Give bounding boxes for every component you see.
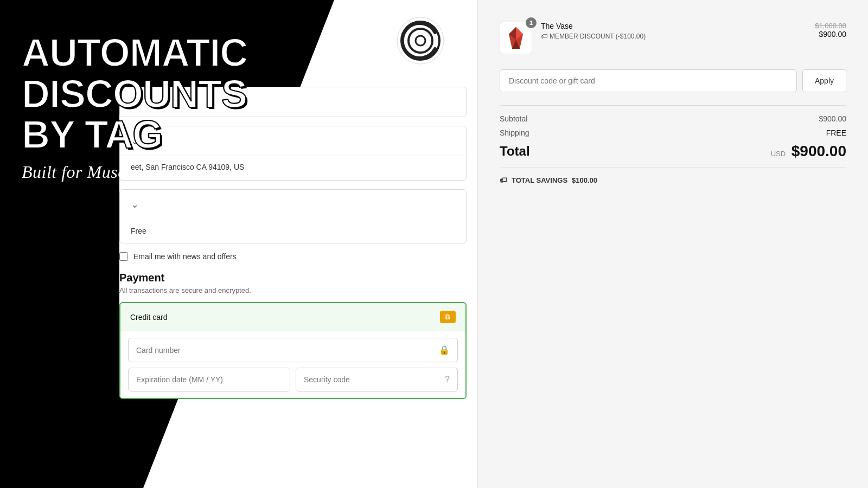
total-amount-group: USD $900.00 — [771, 143, 846, 160]
card-number-input[interactable] — [136, 346, 439, 355]
subtotal-value: $900.00 — [819, 114, 846, 123]
subtotal-label: Subtotal — [500, 114, 527, 123]
shipping-label: Shipping — [500, 129, 529, 137]
product-info: The Vase 🏷 MEMBER DISCOUNT (-$100.00) — [541, 22, 806, 40]
lock-icon: 🔒 — [439, 345, 450, 355]
delivery-section: ⌄ Free — [119, 189, 467, 243]
email-checkbox-row: Email me with news and offers — [119, 252, 467, 261]
product-image-wrapper: 1 — [500, 22, 532, 54]
email-checkbox-label: Email me with news and offers — [133, 252, 237, 261]
email-checkbox[interactable] — [119, 252, 128, 261]
promo-headline: AUTOMATIC DISCOUNTS BY TAG — [22, 33, 247, 156]
braintree-badge: B — [440, 311, 456, 323]
sale-price: $900.00 — [815, 30, 846, 38]
savings-value: $100.00 — [572, 176, 597, 184]
question-icon: ? — [445, 375, 450, 384]
delivery-value: Free — [120, 219, 466, 243]
credit-card-option[interactable]: Credit card B 🔒 ? — [119, 302, 467, 399]
card-number-field[interactable]: 🔒 — [128, 338, 458, 362]
discount-badge: 🏷 MEMBER DISCOUNT (-$100.00) — [541, 33, 806, 40]
payment-subtitle: All transactions are secure and encrypte… — [119, 286, 467, 294]
discount-input[interactable] — [500, 69, 797, 92]
product-row: 1 The Vase 🏷 MEMBER DISCOUNT (-$100.00) … — [500, 22, 846, 54]
order-summary-panel: 1 The Vase 🏷 MEMBER DISCOUNT (-$100.00) … — [477, 0, 868, 488]
shipping-value: FREE — [826, 129, 846, 137]
subtotal-row: Subtotal $900.00 — [500, 114, 846, 123]
total-label: Total — [500, 144, 530, 159]
product-quantity-badge: 1 — [526, 17, 537, 28]
original-price: $1,000.00 — [815, 22, 846, 30]
product-price: $1,000.00 $900.00 — [815, 22, 846, 38]
grand-total-row: Total USD $900.00 — [500, 143, 846, 160]
vase-image-svg — [502, 24, 529, 52]
total-currency: USD — [771, 150, 786, 158]
expiry-input[interactable] — [136, 375, 282, 384]
promo-text-block: AUTOMATIC DISCOUNTS BY TAG Built for Mus… — [22, 33, 247, 182]
credit-card-label: Credit card — [130, 313, 167, 322]
total-value: $900.00 — [792, 143, 846, 159]
product-name: The Vase — [541, 22, 806, 30]
logo-area — [396, 16, 445, 67]
shipping-row: Shipping FREE — [500, 129, 846, 137]
delivery-chevron-icon: ⌄ — [131, 198, 139, 210]
credit-card-header: Credit card B — [120, 303, 465, 331]
order-totals: Subtotal $900.00 Shipping FREE Total USD… — [500, 105, 846, 184]
discount-label: MEMBER DISCOUNT (-$100.00) — [550, 33, 646, 40]
security-field[interactable]: ? — [296, 368, 458, 391]
apply-button[interactable]: Apply — [802, 69, 846, 92]
payment-title: Payment — [119, 272, 467, 284]
savings-tag-icon: 🏷 — [500, 176, 507, 184]
logo-icon — [396, 16, 445, 65]
promo-subtitle: Built for Museums — [22, 162, 247, 182]
payment-section: Payment All transactions are secure and … — [119, 272, 467, 399]
left-panel: AUTOMATIC DISCOUNTS BY TAG Built for Mus… — [0, 0, 477, 488]
savings-label: TOTAL SAVINGS — [512, 176, 567, 184]
discount-row: Apply — [500, 69, 846, 92]
expiry-field[interactable] — [128, 368, 290, 391]
delivery-section-toggle[interactable]: ⌄ — [120, 190, 466, 219]
tag-icon: 🏷 — [541, 33, 547, 40]
card-bottom-row: ? — [128, 368, 458, 391]
card-fields: 🔒 ? — [120, 331, 465, 398]
savings-row: 🏷 TOTAL SAVINGS $100.00 — [500, 168, 846, 184]
security-input[interactable] — [304, 375, 445, 384]
